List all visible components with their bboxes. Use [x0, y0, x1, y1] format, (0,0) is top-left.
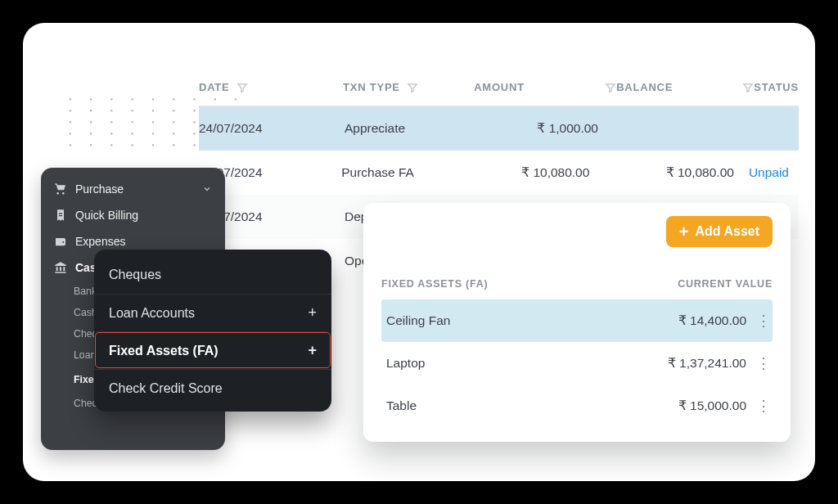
receipt-icon: [54, 209, 67, 222]
assets-header: FIXED ASSETS (FA) CURRENT VALUE: [381, 278, 773, 290]
flyout-item-label: Cheques: [109, 268, 161, 282]
col-balance-label: BALANCE: [616, 81, 673, 93]
plus-icon[interactable]: +: [308, 304, 317, 322]
cell-date: 24/07/2024: [199, 121, 345, 136]
cell-status[interactable]: Unpaid: [749, 165, 799, 180]
asset-value: ₹ 15,000.00: [615, 398, 746, 413]
sidebar-item-label: Expenses: [75, 235, 125, 248]
asset-row[interactable]: Table₹ 15,000.00⋮: [381, 385, 773, 427]
filter-icon[interactable]: [407, 82, 418, 93]
kebab-icon[interactable]: ⋮: [755, 397, 773, 415]
cell-type: Purchase FA: [341, 165, 471, 180]
flyout-item-loan-accounts[interactable]: Loan Accounts+: [94, 294, 331, 331]
add-asset-label: Add Asset: [695, 224, 759, 239]
assets-list: Ceiling Fan₹ 14,400.00⋮Laptop₹ 1,37,241.…: [381, 299, 773, 427]
col-amount-label: AMOUNT: [474, 81, 525, 93]
col-type-label: TXN TYPE: [343, 81, 400, 93]
cell-balance: ₹ 10,080.00: [612, 165, 749, 180]
col-date[interactable]: DATE: [199, 81, 343, 93]
filter-icon[interactable]: [237, 82, 248, 93]
cart-icon: [54, 182, 67, 196]
col-type[interactable]: TXN TYPE: [343, 81, 474, 93]
asset-name: Laptop: [381, 356, 607, 371]
filter-icon[interactable]: [742, 82, 754, 93]
cell-amount: ₹ 10,080.00: [471, 165, 613, 180]
add-asset-button[interactable]: + Add Asset: [666, 216, 773, 247]
kebab-icon[interactable]: ⋮: [755, 312, 773, 330]
bank-icon: [54, 261, 67, 274]
asset-value: ₹ 14,400.00: [615, 313, 746, 328]
submenu-flyout: ChequesLoan Accounts+Fixed Assets (FA)+C…: [94, 250, 331, 412]
assets-header-right: CURRENT VALUE: [678, 278, 773, 290]
col-status-label: STATUS: [754, 81, 799, 93]
col-balance[interactable]: BALANCE: [616, 81, 754, 93]
sidebar-item-label: Quick Billing: [75, 209, 138, 222]
assets-header-left: FIXED ASSETS (FA): [381, 278, 488, 290]
cell-type: Appreciate: [345, 121, 477, 136]
flyout-item-label: Loan Accounts: [109, 306, 195, 321]
table-row[interactable]: 24/07/2024Appreciate₹ 1,000.00: [199, 106, 799, 151]
plus-icon[interactable]: +: [308, 342, 317, 359]
flyout-item-fixed-assets-fa-[interactable]: Fixed Assets (FA)+: [94, 331, 331, 369]
assets-card: + Add Asset FIXED ASSETS (FA) CURRENT VA…: [363, 203, 791, 442]
flyout-item-label: Check Credit Score: [109, 381, 223, 396]
asset-value: ₹ 1,37,241.00: [615, 356, 746, 371]
col-status[interactable]: STATUS: [754, 81, 799, 93]
wallet-icon: [54, 235, 67, 248]
flyout-item-check-credit-score[interactable]: Check Credit Score: [94, 369, 331, 407]
chevron-down-icon: [202, 184, 212, 194]
asset-row[interactable]: Ceiling Fan₹ 14,400.00⋮: [381, 299, 773, 342]
sidebar-item-label: Purchase: [75, 182, 124, 196]
sidebar-item-quick-billing[interactable]: Quick Billing: [41, 202, 225, 228]
col-amount[interactable]: AMOUNT: [474, 81, 616, 93]
flyout-item-cheques[interactable]: Cheques: [94, 256, 331, 294]
flyout-item-label: Fixed Assets (FA): [109, 344, 219, 358]
asset-name: Table: [381, 398, 607, 413]
asset-row[interactable]: Laptop₹ 1,37,241.00⋮: [381, 342, 773, 385]
asset-name: Ceiling Fan: [381, 313, 607, 328]
cell-amount: ₹ 1,000.00: [477, 121, 621, 136]
filter-icon[interactable]: [605, 82, 616, 93]
sidebar-item-purchase[interactable]: Purchase: [41, 176, 225, 202]
col-date-label: DATE: [199, 81, 230, 93]
table-row[interactable]: 11/07/2024Purchase FA₹ 10,080.00₹ 10,080…: [199, 151, 799, 195]
table-header-row: DATE TXN TYPE AMOUNT BALANCE: [199, 69, 799, 106]
kebab-icon[interactable]: ⋮: [755, 354, 773, 372]
